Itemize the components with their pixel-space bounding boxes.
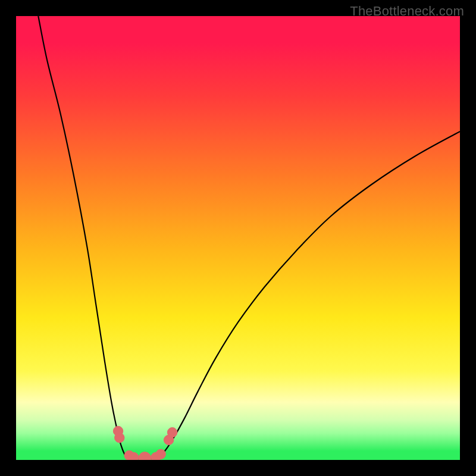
watermark-text: TheBottleneck.com — [350, 4, 464, 19]
curve-marker — [129, 452, 138, 460]
chart-frame: TheBottleneck.com — [0, 0, 476, 476]
curve-marker — [115, 433, 124, 442]
curve-marker — [139, 452, 151, 460]
bottleneck-curve — [38, 16, 460, 459]
plot-area — [16, 16, 460, 460]
curve-markers — [113, 426, 177, 460]
curve-marker — [156, 449, 165, 459]
curve-marker — [167, 428, 177, 437]
curve-svg — [16, 16, 460, 460]
